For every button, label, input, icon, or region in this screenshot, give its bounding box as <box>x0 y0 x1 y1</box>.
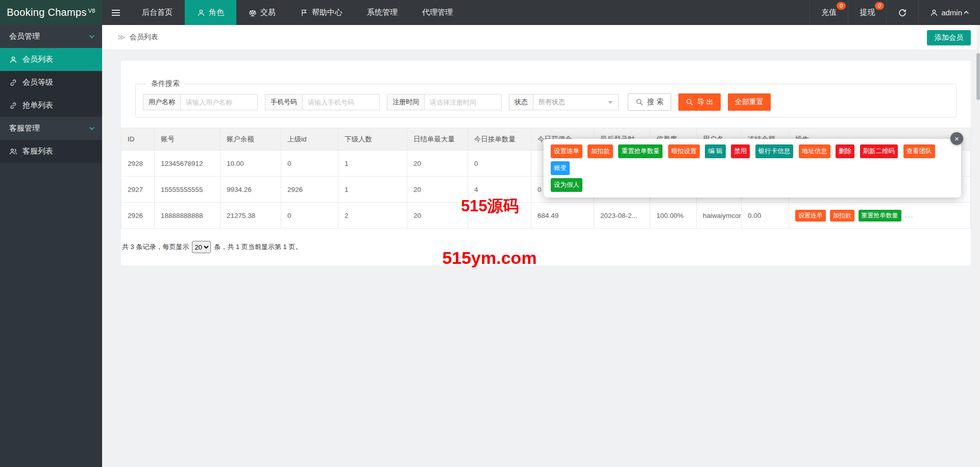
phone-field-group: 手机号码 <box>265 94 380 110</box>
nav-item-trade[interactable]: 交易 <box>236 0 288 25</box>
withdraw-button[interactable]: 提现 0 <box>848 0 886 25</box>
page-size-select[interactable]: 20 <box>192 241 211 253</box>
header-subordinates: 下级人数 <box>338 128 407 151</box>
people-icon <box>9 148 17 156</box>
sidebar-item-service-list[interactable]: 客服列表 <box>0 140 102 163</box>
refresh-button[interactable] <box>886 0 918 25</box>
cell-today-commission: 684.49 <box>531 203 594 229</box>
watermark-text: 515源码 <box>461 195 519 217</box>
search-panel-legend: 条件搜索 <box>147 79 184 88</box>
header-account: 账号 <box>155 128 220 151</box>
close-icon[interactable]: × <box>950 132 963 145</box>
add-deduct-button[interactable]: 加扣款 <box>830 210 854 222</box>
cell-balance: 21275.38 <box>220 203 281 229</box>
breadcrumb-bar: ≫ 会员列表 添加会员 <box>102 25 980 50</box>
user-menu[interactable]: admin <box>918 0 980 25</box>
cell-frozen: 0.00 <box>742 203 789 229</box>
phone-input[interactable] <box>302 94 380 110</box>
person-icon <box>9 56 17 64</box>
sidebar-item-grab-order-list[interactable]: 抢单列表 <box>0 94 102 117</box>
nav-item-system[interactable]: 系统管理 <box>355 0 410 25</box>
header-id: ID <box>121 128 155 151</box>
header-today-orders: 今日接单数量 <box>468 128 531 151</box>
nav-item-agents[interactable]: 代理管理 <box>410 0 465 25</box>
cell-daily-max: 20 <box>407 203 468 229</box>
add-member-button[interactable]: 添加会员 <box>927 30 971 45</box>
recharge-badge: 0 <box>837 2 846 10</box>
username-input[interactable] <box>180 94 258 110</box>
link-icon <box>9 79 17 87</box>
member-list-card: 条件搜索 用户名称 手机号码 注册时间 状态 所有状态 <box>121 61 971 265</box>
nav-item-roles[interactable]: 角色 <box>185 0 236 25</box>
cell-parent-id: 0 <box>281 151 338 177</box>
cell-daily-max: 20 <box>407 177 468 203</box>
sidebar-group-service-management[interactable]: 客服管理 <box>0 117 102 140</box>
link-icon <box>9 102 17 110</box>
sidebar-item-member-list[interactable]: 会员列表 <box>0 48 102 71</box>
header-daily-max: 日结单最大量 <box>407 128 468 151</box>
search-panel: 条件搜索 用户名称 手机号码 注册时间 状态 所有状态 <box>135 79 957 117</box>
recharge-button[interactable]: 充值 0 <box>810 0 848 25</box>
cell-id: 2928 <box>121 151 155 177</box>
brand-version: V8 <box>88 8 95 14</box>
nav-item-dashboard[interactable]: 后台首页 <box>130 0 185 25</box>
cell-parent-id: 2926 <box>281 177 338 203</box>
view-team-button[interactable]: 查看团队 <box>903 144 935 158</box>
status-field-group: 状态 所有状态 <box>509 94 619 110</box>
menu-toggle-icon[interactable] <box>102 0 130 25</box>
cell-daily-max: 20 <box>407 151 468 177</box>
cell-account: 15555555555 <box>155 177 220 203</box>
search-button[interactable]: 搜 索 <box>628 93 671 111</box>
search-icon <box>635 98 644 106</box>
set-streak-button[interactable]: 设置连单 <box>795 210 826 222</box>
person-icon <box>197 9 205 17</box>
cell-balance: 9934.26 <box>220 177 281 203</box>
person-icon <box>930 9 938 17</box>
reset-grab-count-button[interactable]: 重置抢单数量 <box>618 144 663 158</box>
bank-card-info-button[interactable]: 银行卡信息 <box>755 144 794 158</box>
address-info-button[interactable]: 地址信息 <box>799 144 830 158</box>
refresh-qrcode-button[interactable]: 刷新二维码 <box>860 144 898 158</box>
scrollbar-thumb[interactable] <box>976 53 980 100</box>
cell-account: 18888888888 <box>155 203 220 229</box>
more-actions-button[interactable]: ... <box>905 211 914 219</box>
cell-today-orders: 0 <box>468 151 531 177</box>
register-time-input[interactable] <box>424 94 502 110</box>
watermark-text: 515ym.com <box>442 248 536 268</box>
cell-balance: 10.00 <box>220 151 281 177</box>
add-deduct-button[interactable]: 加扣款 <box>587 144 613 158</box>
disable-button[interactable]: 禁用 <box>731 144 750 158</box>
navbar-right: 充值 0 提现 0 admin <box>810 0 980 25</box>
reset-grab-count-button[interactable]: 重置抢单数量 <box>859 210 901 222</box>
cell-last-login: 2023-08-2... <box>594 203 650 229</box>
table-row: 2926 18888888888 21275.38 0 2 20 684.49 … <box>121 203 971 229</box>
hidden-deduct-settings-button[interactable]: 暗扣设置 <box>668 144 700 158</box>
cell-parent-id: 0 <box>281 203 338 229</box>
withdraw-badge: 0 <box>875 2 884 10</box>
cell-actions: 设置连单 加扣款 重置抢单数量 ... <box>789 203 971 229</box>
pagination-suffix: 条，共 1 页当前显示第 1 页。 <box>214 242 302 252</box>
breadcrumb: 会员列表 <box>130 33 158 42</box>
pagination: 共 3 条记录，每页显示 20 条，共 1 页当前显示第 1 页。 <box>121 229 971 265</box>
chevron-down-icon <box>89 125 94 130</box>
register-time-field-group: 注册时间 <box>387 94 502 110</box>
sidebar-item-member-level[interactable]: 会员等级 <box>0 71 102 94</box>
sidebar-group-member-management[interactable]: 会员管理 <box>0 25 102 48</box>
status-select[interactable]: 所有状态 <box>533 94 619 110</box>
status-field-label: 状态 <box>509 94 533 110</box>
nav-item-help-center[interactable]: 帮助中心 <box>288 0 355 25</box>
cell-id: 2926 <box>121 203 155 229</box>
edit-button[interactable]: 编 辑 <box>705 144 725 158</box>
set-streak-button[interactable]: 设置连单 <box>551 144 582 158</box>
export-button[interactable]: 导 出 <box>678 93 721 111</box>
app-logo: Booking Champs V8 <box>0 0 102 25</box>
delete-button[interactable]: 删除 <box>836 144 854 158</box>
reset-all-button[interactable]: 全部重置 <box>728 93 771 111</box>
chevron-up-icon <box>964 11 969 16</box>
header-parent-id: 上级id <box>281 128 338 151</box>
cell-subordinates: 2 <box>338 203 407 229</box>
scrollbar-track[interactable] <box>976 25 980 467</box>
set-fake-user-button[interactable]: 设为假人 <box>551 178 582 192</box>
top-navbar: Booking Champs V8 后台首页 角色 交易 帮助中心 系统管理 代… <box>0 0 980 25</box>
account-change-button[interactable]: 账变 <box>551 161 570 175</box>
